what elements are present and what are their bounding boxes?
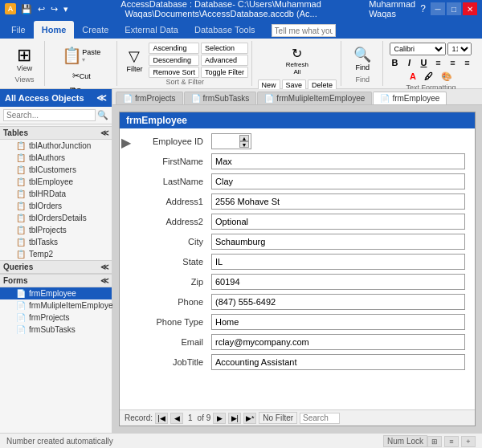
field-input-phonetype[interactable] [211, 314, 465, 330]
nav-item-tblProjects[interactable]: 📋 tblProjects [0, 224, 112, 236]
highlight-button[interactable]: 🖊 [421, 70, 436, 83]
field-input-lastname[interactable] [211, 173, 465, 189]
refresh-button[interactable]: ↻ Refresh All [281, 43, 313, 79]
italic-button[interactable]: I [402, 56, 415, 69]
align-right-button[interactable]: ≡ [460, 56, 473, 69]
record-prev-btn[interactable]: ◀ [170, 413, 183, 424]
nav-pane-toggle[interactable]: ≪ [96, 92, 107, 104]
nav-item-tblAuthors[interactable]: 📋 tblAuthors [0, 152, 112, 164]
form-nav-arrow[interactable]: ▶ [121, 135, 131, 150]
nav-item-tblCustomers[interactable]: 📋 tblCustomers [0, 164, 112, 176]
field-input-zip[interactable] [211, 274, 465, 290]
status-icon-3[interactable]: + [461, 436, 476, 447]
field-input-phone[interactable] [211, 294, 465, 310]
ribbon-search[interactable] [272, 24, 336, 37]
record-first-btn[interactable]: |◀ [155, 413, 168, 424]
tab-frmProjects[interactable]: 📄 frmProjects [116, 92, 183, 104]
font-color-button[interactable]: A [406, 70, 419, 83]
tab-create[interactable]: Create [74, 21, 116, 39]
record-next-btn[interactable]: ▶ [213, 413, 226, 424]
field-label-firstname: FirstName [139, 157, 211, 166]
nav-item-frmProjects[interactable]: 📄 frmProjects [0, 312, 112, 324]
field-input-employeeid[interactable]: ▲ ▼ [211, 133, 251, 149]
filter-button[interactable]: ▽ Filter [121, 44, 147, 76]
id-spinner-down[interactable]: ▼ [239, 141, 249, 148]
forms-collapse-icon[interactable]: ≪ [100, 276, 108, 285]
tables-header[interactable]: Tables ≪ [0, 126, 112, 140]
tab-home[interactable]: Home [34, 21, 75, 39]
queries-collapse-icon[interactable]: ≪ [100, 263, 108, 271]
descending-button[interactable]: Descending [149, 55, 199, 66]
paste-button[interactable]: 📋 Paste ▾ [57, 43, 105, 68]
record-new-btn[interactable]: ▶* [243, 413, 256, 424]
toggle-filter-button[interactable]: Toggle Filter [201, 67, 248, 78]
form-icon-3: 📄 [16, 313, 26, 322]
nav-item-tblAuthorJunction[interactable]: 📋 tblAuthorJunction [0, 140, 112, 152]
undo-quick-btn[interactable]: ↩ [36, 2, 47, 16]
align-center-button[interactable]: ≡ [446, 56, 459, 69]
field-input-email[interactable] [211, 334, 465, 350]
tab-frmMultipleItemEmployee[interactable]: 📄 frmMulipleItemEmployee [257, 92, 372, 104]
nav-item-tblTasks[interactable]: 📋 tblTasks [0, 236, 112, 248]
font-family-select[interactable]: Calibri [390, 43, 446, 55]
field-input-city[interactable] [211, 234, 465, 250]
bg-color-button[interactable]: 🎨 [438, 70, 455, 83]
restore-btn[interactable]: □ [447, 2, 461, 15]
forms-header[interactable]: Forms ≪ [0, 274, 112, 287]
record-last-btn[interactable]: ▶| [228, 413, 241, 424]
advanced-button[interactable]: Advanced [201, 55, 248, 66]
font-size-select[interactable]: 11 [447, 43, 472, 55]
queries-header[interactable]: Queries ≪ [0, 260, 112, 274]
find-button[interactable]: 🔍 Find [349, 43, 376, 75]
field-input-address1[interactable] [211, 193, 465, 210]
nav-search-icon[interactable]: 🔍 [97, 110, 108, 120]
minimize-btn[interactable]: ─ [431, 2, 445, 15]
tables-collapse-icon[interactable]: ≪ [100, 128, 108, 137]
nav-search-input[interactable] [3, 109, 96, 121]
dropdown-quick-btn[interactable]: ▾ [62, 2, 70, 16]
id-spinner-up[interactable]: ▲ [239, 135, 249, 141]
ribbon-tab-bar: File Home Create External Data Database … [0, 18, 482, 39]
align-left-button[interactable]: ≡ [431, 56, 444, 69]
tab-external-data[interactable]: External Data [116, 21, 186, 39]
view-button[interactable]: ⊞ View [12, 43, 37, 75]
nav-pane-title: All Access Objects [5, 93, 84, 103]
field-input-address2[interactable] [211, 214, 465, 230]
save-quick-btn[interactable]: 💾 [19, 2, 34, 16]
selection-button[interactable]: Selection [201, 43, 248, 54]
field-input-firstname[interactable] [211, 153, 465, 169]
status-icon-1[interactable]: ⊞ [427, 436, 442, 447]
redo-quick-btn[interactable]: ↪ [49, 2, 59, 16]
cut-button[interactable]: ✂ Cut [70, 69, 93, 83]
record-search-input[interactable] [300, 413, 340, 424]
field-label-address2: Address2 [139, 217, 211, 226]
nav-item-tblHRData[interactable]: 📋 tblHRData [0, 188, 112, 200]
nav-item-frmEmployee[interactable]: 📄 frmEmployee [0, 287, 112, 299]
table-icon-10: 📋 [16, 250, 26, 259]
tab-frmSubTasks[interactable]: 📄 frmSubTasks [184, 92, 257, 104]
remove-sort-button[interactable]: Remove Sort [149, 67, 199, 78]
tab-file[interactable]: File [3, 21, 34, 39]
nav-item-tblEmployee[interactable]: 📋 tblEmployee [0, 176, 112, 188]
nav-item-tblOrders[interactable]: 📋 tblOrders [0, 200, 112, 212]
ascending-button[interactable]: Ascending [149, 43, 199, 54]
paste-dropdown[interactable]: ▾ [82, 56, 100, 63]
help-btn[interactable]: ? [420, 3, 426, 14]
field-input-jobtitle[interactable] [211, 354, 465, 370]
nav-item-Temp2[interactable]: 📋 Temp2 [0, 248, 112, 260]
nav-item-label: frmEmployee [29, 289, 76, 298]
close-btn[interactable]: ✕ [463, 2, 477, 15]
nav-item-tblOrdersDetails[interactable]: 📋 tblOrdersDetails [0, 212, 112, 224]
nav-item-frmMultipleItemEmployee[interactable]: 📄 frmMulipleItemEmployee [0, 299, 112, 312]
nav-item-frmSubTasks[interactable]: 📄 frmSubTasks [0, 324, 112, 336]
records-top-row: ↻ Refresh All [281, 43, 313, 79]
bottom-status-bar: Number created automatically Num Lock ⊞ … [0, 433, 482, 448]
bold-button[interactable]: B [388, 56, 401, 69]
find-group: 🔍 Find Find [343, 41, 383, 86]
table-icon-1: 📋 [16, 141, 26, 150]
field-input-state[interactable] [211, 254, 465, 270]
tab-frmEmployee[interactable]: 📄 frmEmployee [373, 92, 447, 104]
tab-database-tools[interactable]: Database Tools [186, 21, 263, 39]
status-icon-2[interactable]: ≡ [444, 436, 459, 447]
underline-button[interactable]: U [417, 56, 430, 69]
